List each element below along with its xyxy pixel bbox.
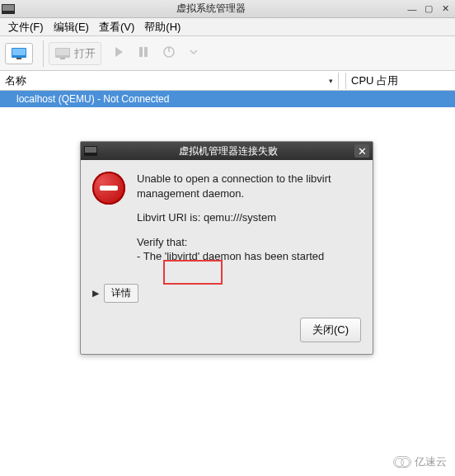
menu-view[interactable]: 查看(V) (94, 18, 139, 36)
dialog-title: 虚拟机管理器连接失败 (102, 144, 354, 158)
sort-arrow-icon: ▾ (329, 77, 338, 85)
svg-rect-6 (139, 47, 143, 57)
power-dropdown-button (182, 42, 205, 64)
play-icon (113, 46, 124, 60)
list-item[interactable]: localhost (QEMU) - Not Connected (0, 91, 455, 107)
menu-help[interactable]: 帮助(H) (139, 18, 185, 36)
dialog-app-icon (84, 146, 97, 156)
list-header: 名称 ▾ CPU 占用 (0, 71, 455, 91)
svg-rect-2 (16, 58, 21, 59)
titlebar: 虚拟系统管理器 — ▢ ✕ (0, 0, 455, 18)
menubar: 文件(F) 编辑(E) 查看(V) 帮助(H) (0, 18, 455, 36)
open-button: 打开 (49, 42, 101, 65)
open-button-label: 打开 (74, 46, 96, 61)
message-uri-line: Libvirt URI is: qemu:///system (137, 210, 361, 225)
toolbar: 打开 (0, 36, 455, 71)
minimize-button[interactable]: — (404, 2, 420, 16)
power-button (156, 40, 182, 66)
column-cpu-label: CPU 占用 (351, 74, 398, 87)
column-name-label: 名称 (5, 73, 26, 88)
details-button-label: 详情 (111, 287, 131, 299)
pause-button (131, 41, 156, 65)
disclosure-triangle[interactable]: ▶ (92, 288, 104, 299)
power-icon (162, 45, 176, 61)
close-window-button[interactable]: ✕ (437, 2, 453, 16)
watermark: 亿速云 (393, 455, 447, 469)
monitor-icon (54, 47, 71, 60)
details-button[interactable]: 详情 (104, 284, 138, 303)
svg-rect-1 (12, 49, 26, 55)
dialog-titlebar: 虚拟机管理器连接失败 ✕ (81, 142, 373, 160)
pause-icon (138, 46, 149, 60)
dialog-close-button[interactable]: 关闭(C) (300, 318, 361, 342)
watermark-logo-icon (393, 456, 411, 468)
verify-item-1: - The 'libvirtd' daemon has been started (137, 250, 324, 262)
menu-file[interactable]: 文件(F) (3, 18, 49, 36)
play-button (106, 41, 131, 65)
dialog-close-x-button[interactable]: ✕ (354, 144, 369, 158)
window-title: 虚拟系统管理器 (18, 2, 404, 16)
svg-rect-7 (144, 47, 148, 57)
column-cpu[interactable]: CPU 占用 (346, 73, 455, 88)
list-item-label: localhost (QEMU) - Not Connected (16, 93, 169, 105)
error-icon (92, 172, 125, 205)
watermark-text: 亿速云 (415, 455, 447, 469)
maximize-button[interactable]: ▢ (420, 2, 437, 16)
dialog-message: Unable to open a connection to the libvi… (137, 172, 361, 264)
menu-edit[interactable]: 编辑(E) (49, 18, 94, 36)
message-line-1: Unable to open a connection to the libvi… (137, 172, 361, 200)
error-dialog: 虚拟机管理器连接失败 ✕ Unable to open a connection… (80, 141, 373, 355)
verify-label: Verify that: (137, 236, 187, 248)
dialog-close-label: 关闭(C) (312, 323, 349, 336)
chevron-down-icon (189, 47, 199, 59)
column-name[interactable]: 名称 ▾ (0, 73, 346, 89)
svg-rect-5 (60, 58, 65, 59)
svg-rect-4 (56, 49, 69, 55)
monitor-icon (11, 47, 27, 60)
new-vm-button[interactable] (5, 43, 33, 64)
app-icon (2, 4, 15, 14)
